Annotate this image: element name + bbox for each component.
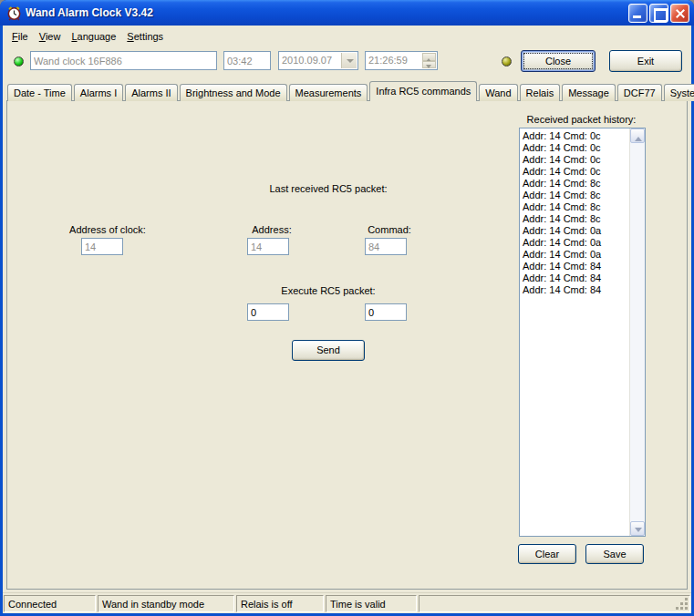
close-button[interactable]: Close [521,50,596,72]
history-item[interactable]: Addr: 14 Cmd: 8c [523,178,629,190]
device-name-field [30,51,217,70]
history-item[interactable]: Addr: 14 Cmd: 0a [523,225,629,237]
maximize-button[interactable] [649,4,668,23]
status-wand-mode: Wand in standby mode [98,595,234,612]
menubar: File View Language Settings [3,27,691,46]
connection-led-indicator [14,56,24,67]
history-item[interactable]: Addr: 14 Cmd: 84 [523,261,629,272]
execute-command-field[interactable] [365,303,407,321]
date-picker: 2010.09.07 [278,51,358,70]
tab-date-time[interactable]: Date - Time [7,84,72,101]
date-dropdown-button[interactable] [341,53,357,68]
received-address-field [247,238,289,255]
tab-message[interactable]: Message [562,84,616,101]
history-item[interactable]: Addr: 14 Cmd: 0c [523,166,629,178]
address-label: Address: [203,224,340,235]
secondary-led-indicator [502,56,512,67]
history-item[interactable]: Addr: 14 Cmd: 8c [523,201,629,213]
menu-item-language[interactable]: Language [66,29,121,44]
history-listbox[interactable]: Addr: 14 Cmd: 0cAddr: 14 Cmd: 0cAddr: 14… [519,128,646,537]
status-connection: Connected [4,595,96,612]
client-area: File View Language Settings 2010.09.07 2… [3,26,691,613]
menu-item-view[interactable]: View [34,29,67,44]
window-title: Wand Alarm Clock V3.42 [26,6,628,19]
save-button[interactable]: Save [585,544,644,564]
scroll-up-button[interactable] [630,128,645,143]
history-label: Received packet history: [514,114,648,125]
tab-strip: Date - Time Alarms I Alarms II Brightnes… [7,81,687,101]
time-spinner: 21:26:59 [365,51,438,70]
app-window: Wand Alarm Clock V3.42 File View Languag… [0,0,694,616]
tab-alarms-i[interactable]: Alarms I [74,84,123,101]
scroll-down-button[interactable] [630,521,645,536]
tab-measurements[interactable]: Measurements [289,84,368,101]
history-item[interactable]: Addr: 14 Cmd: 0c [523,142,629,154]
time-value: 21:26:59 [368,55,408,66]
statusbar: Connected Wand in standby mode Relais is… [3,592,691,613]
clear-button[interactable]: Clear [518,544,576,564]
send-button[interactable]: Send [292,340,365,361]
history-item[interactable]: Addr: 14 Cmd: 84 [523,272,629,284]
history-scrollbar[interactable] [629,128,645,536]
execute-label: Execute RC5 packet: [237,285,420,296]
history-item[interactable]: Addr: 14 Cmd: 8c [523,190,629,201]
tab-brightness-and-mode[interactable]: Brightness and Mode [180,84,287,101]
resize-grip[interactable] [676,598,688,610]
history-list: Addr: 14 Cmd: 0cAddr: 14 Cmd: 0cAddr: 14… [521,129,629,535]
status-relais: Relais is off [236,595,324,612]
menu-item-settings[interactable]: Settings [121,29,169,44]
titlebar[interactable]: Wand Alarm Clock V3.42 [0,0,694,26]
tab-dcf77[interactable]: DCF77 [617,84,662,101]
tab-infra-rc5-commands[interactable]: Infra RC5 commands [369,81,477,101]
status-time-valid: Time is valid [326,595,417,612]
time-spin-down-button[interactable] [422,61,436,69]
command-label: Commad: [321,224,458,235]
status-empty-panel [419,595,690,612]
tab-relais[interactable]: Relais [520,84,561,101]
received-command-field [365,238,407,255]
minimize-button[interactable] [628,4,647,23]
history-item[interactable]: Addr: 14 Cmd: 8c [523,213,629,225]
address-of-clock-label: Address of clock: [33,224,182,235]
exit-button[interactable]: Exit [609,50,682,72]
close-window-button[interactable] [670,4,689,23]
address-of-clock-field [81,238,123,255]
history-item[interactable]: Addr: 14 Cmd: 0a [523,249,629,261]
date-value: 2010.09.07 [282,55,332,66]
history-item[interactable]: Addr: 14 Cmd: 0a [523,237,629,249]
tab-system[interactable]: System [664,84,694,101]
execute-address-field[interactable] [247,303,289,321]
alarm-clock-icon [6,5,22,21]
menu-item-file[interactable]: File [6,29,34,44]
last-received-label: Last received RC5 packet: [237,183,420,194]
alarm-time-field [223,51,271,70]
tab-alarms-ii[interactable]: Alarms II [125,84,177,101]
history-item[interactable]: Addr: 14 Cmd: 0c [523,130,629,142]
history-item[interactable]: Addr: 14 Cmd: 0c [523,154,629,166]
tab-wand[interactable]: Wand [479,84,517,101]
toolbar: 2010.09.07 21:26:59 Close Exit [3,46,691,77]
infra-rc5-tab-page: Received packet history: Addr: 14 Cmd: 0… [6,100,688,590]
time-spin-up-button[interactable] [422,53,436,61]
history-item[interactable]: Addr: 14 Cmd: 84 [523,284,629,296]
